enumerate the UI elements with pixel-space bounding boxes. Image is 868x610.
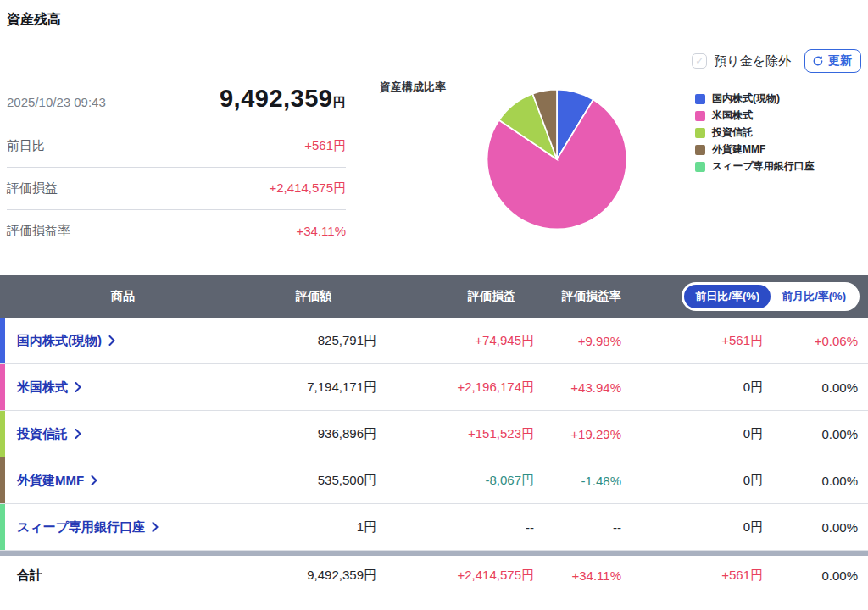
cell-value: 825,791円	[246, 333, 381, 349]
col-header-value: 評価額	[246, 289, 381, 304]
exclude-deposits-label: 預り金を除外	[714, 53, 791, 69]
product-link[interactable]: 外貨建MMF	[17, 473, 97, 489]
exclude-deposits-checkbox[interactable]: ✓ 預り金を除外	[692, 53, 791, 69]
refresh-label: 更新	[828, 53, 852, 69]
table-header: 商品 評価額 評価損益 評価損益率 前日比/率(%) 前月比/率(%)	[0, 275, 868, 318]
legend-item: 投資信託	[695, 125, 815, 140]
table-row: スィープ専用銀行口座 1円 -- -- 0円 0.00%	[0, 504, 868, 551]
summary-row-day-change: 前日比 +561円	[7, 125, 346, 168]
product-link[interactable]: 投資信託	[17, 426, 81, 442]
refresh-button[interactable]: 更新	[804, 49, 861, 73]
refresh-icon	[812, 55, 824, 67]
col-header-pl: 評価損益	[381, 289, 534, 304]
table-row: 米国株式 7,194,171円 +2,196,174円 +43.94% 0円 0…	[0, 364, 868, 411]
cell-pl-rate: +43.94%	[534, 380, 621, 395]
total-pl-rate: +34.11%	[534, 568, 621, 583]
cell-value: 936,896円	[246, 426, 381, 442]
summary-panel: 2025/10/23 09:43 9,492,359円 前日比 +561円 評価…	[7, 85, 346, 252]
chevron-right-icon	[75, 382, 81, 392]
cell-day-rate: 0.00%	[763, 474, 868, 488]
chevron-right-icon	[91, 475, 97, 485]
total-pl: +2,414,575円	[381, 568, 534, 584]
summary-row-pl: 評価損益 +2,414,575円	[7, 168, 346, 210]
cell-pl: -8,067円	[381, 473, 534, 489]
legend-swatch	[695, 162, 705, 172]
cell-day-change: 0円	[621, 473, 763, 489]
total-label: 合計	[5, 568, 246, 584]
product-link[interactable]: 国内株式(現物)	[17, 333, 115, 349]
chevron-right-icon	[108, 336, 115, 346]
total-asset-amount: 9,492,359円	[220, 85, 346, 113]
legend-item: スィープ専用銀行口座	[695, 159, 815, 174]
col-header-pl-rate: 評価損益率	[534, 289, 623, 304]
total-day-change: +561円	[621, 568, 763, 584]
cell-value: 535,500円	[246, 473, 381, 489]
product-link[interactable]: 米国株式	[17, 380, 81, 396]
summary-total-row: 2025/10/23 09:43 9,492,359円	[7, 85, 346, 125]
page-title: 資産残高	[7, 11, 61, 29]
asset-balance-page: 資産残高 ✓ 預り金を除外 更新 2025/10/23 09:43 9,492,…	[0, 0, 868, 610]
total-value: 9,492,359円	[246, 568, 381, 584]
table-row: 国内株式(現物) 825,791円 +74,945円 +9.98% +561円 …	[0, 318, 868, 364]
pie-chart-title: 資産構成比率	[380, 80, 446, 95]
product-link[interactable]: スィープ専用銀行口座	[17, 519, 159, 535]
cell-day-change: +561円	[621, 333, 763, 349]
cell-pl: --	[381, 520, 534, 535]
cell-day-change: 0円	[621, 519, 763, 535]
legend-item: 外貨建MMF	[695, 142, 815, 157]
cell-day-change: 0円	[621, 426, 763, 442]
cell-day-rate: 0.00%	[763, 520, 868, 535]
chevron-right-icon	[75, 429, 81, 439]
legend-swatch	[695, 111, 705, 121]
cell-day-rate: 0.00%	[763, 380, 868, 395]
top-controls: ✓ 預り金を除外 更新	[692, 49, 861, 73]
cell-day-rate: 0.00%	[763, 427, 868, 441]
legend-item: 米国株式	[695, 108, 815, 123]
cell-pl: +74,945円	[381, 333, 534, 349]
summary-row-pl-rate: 評価損益率 +34.11%	[7, 210, 346, 252]
currency-suffix: 円	[333, 95, 347, 109]
cell-value: 7,194,171円	[246, 380, 381, 396]
as-of-datetime: 2025/10/23 09:43	[7, 95, 106, 113]
cell-day-change: 0円	[621, 380, 763, 396]
cell-pl-rate: -1.48%	[534, 474, 621, 488]
cell-pl-rate: +19.29%	[534, 427, 621, 441]
table-row: 投資信託 936,896円 +151,523円 +19.29% 0円 0.00%	[0, 411, 868, 458]
pie-chart	[485, 87, 629, 231]
toggle-monthly[interactable]: 前月比/率(%)	[771, 285, 857, 308]
legend-item: 国内株式(現物)	[695, 92, 815, 106]
table-row: 外貨建MMF 535,500円 -8,067円 -1.48% 0円 0.00%	[0, 458, 868, 504]
total-day-rate: 0.00%	[763, 568, 868, 583]
toggle-daily[interactable]: 前日比/率(%)	[684, 285, 771, 308]
cell-pl-rate: +9.98%	[534, 334, 621, 348]
pie-legend: 国内株式(現物) 米国株式 投資信託 外貨建MMF スィープ専用銀行口座	[695, 92, 815, 174]
period-toggle: 前日比/率(%) 前月比/率(%)	[682, 282, 860, 311]
cell-pl-rate: --	[534, 520, 621, 535]
legend-swatch	[695, 128, 705, 138]
asset-table: 商品 評価額 評価損益 評価損益率 前日比/率(%) 前月比/率(%) 国内株式…	[0, 275, 868, 596]
legend-swatch	[695, 94, 705, 104]
chevron-right-icon	[152, 522, 159, 532]
cell-day-rate: +0.06%	[763, 334, 868, 348]
cell-pl: +151,523円	[381, 426, 534, 442]
col-header-product: 商品	[0, 289, 246, 304]
legend-swatch	[695, 145, 705, 155]
table-total-row: 合計 9,492,359円 +2,414,575円 +34.11% +561円 …	[0, 556, 868, 596]
checkbox-icon[interactable]: ✓	[692, 53, 707, 69]
cell-pl: +2,196,174円	[381, 380, 534, 396]
cell-value: 1円	[246, 519, 381, 535]
